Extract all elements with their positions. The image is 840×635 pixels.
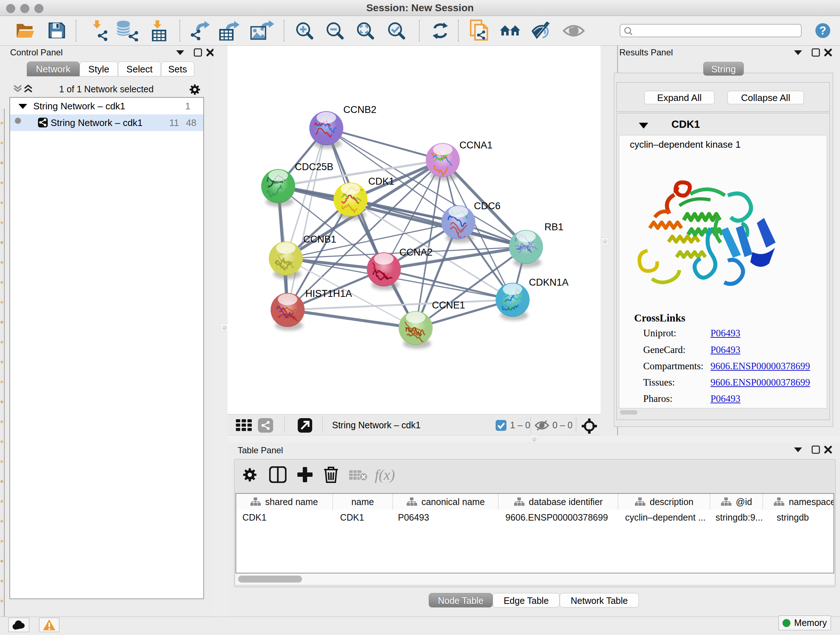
svg-text:CCNE1: CCNE1 — [432, 300, 465, 310]
svg-text:HIST1H1A: HIST1H1A — [305, 288, 352, 299]
svg-text:RB1: RB1 — [545, 222, 564, 233]
svg-text:CDC6: CDC6 — [474, 201, 501, 211]
svg-text:CCNB2: CCNB2 — [343, 104, 377, 115]
svg-text:CCNB1: CCNB1 — [303, 234, 336, 245]
svg-text:CDK1: CDK1 — [368, 176, 394, 187]
svg-text:CDC25B: CDC25B — [295, 162, 333, 172]
svg-text:CDKN1A: CDKN1A — [529, 277, 569, 288]
svg-text:CCNA2: CCNA2 — [399, 247, 433, 258]
svg-text:CCNA1: CCNA1 — [459, 140, 493, 150]
